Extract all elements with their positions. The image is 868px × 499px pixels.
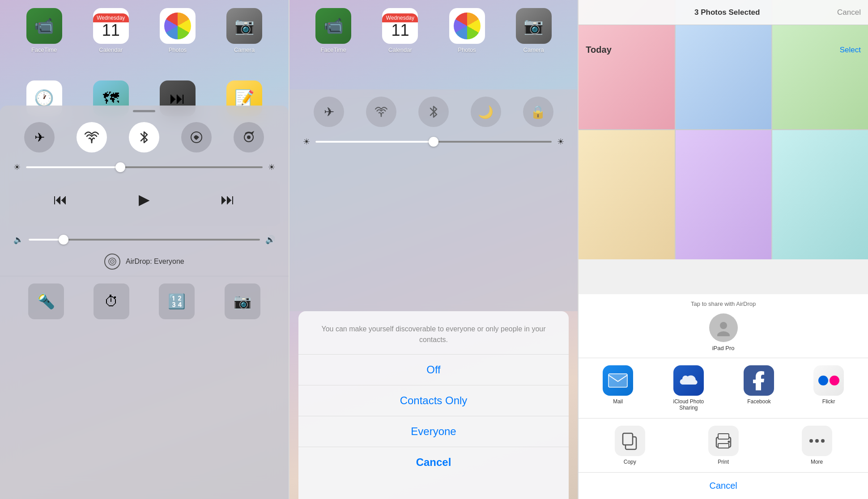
photos-app: Photos	[160, 8, 196, 53]
airdrop-discovery-message: You can make yourself discoverable to ev…	[298, 311, 569, 355]
cc-toggle-row: ✈	[0, 115, 289, 160]
flashlight-button[interactable]: 🔦	[28, 283, 64, 319]
svg-rect-9	[623, 433, 633, 445]
volume-track[interactable]	[29, 239, 260, 241]
copy-label: Copy	[624, 459, 636, 465]
home-icons-row1: 📹 FaceTime Wednesday 11 Calendar Photos …	[0, 0, 289, 58]
cal-day-p2: 11	[391, 22, 409, 38]
photos-header: 3 Photos Selected Cancel	[579, 0, 868, 25]
airdrop-section: Tap to share with AirDrop iPad Pro	[579, 294, 868, 358]
photos-icon	[160, 8, 196, 44]
photo-thumb-4	[579, 130, 674, 259]
facetime-app: 📹 FaceTime	[26, 8, 62, 53]
photos-cancel-button[interactable]: Cancel	[837, 8, 861, 17]
flickr-share-item[interactable]: Flickr	[813, 365, 844, 411]
airdrop-person[interactable]: iPad Pro	[709, 313, 738, 351]
svg-point-4	[112, 261, 113, 262]
volume-max-icon: 🔊	[265, 235, 275, 245]
share-cancel-button[interactable]: Cancel	[579, 473, 868, 499]
play-button[interactable]: ▶	[139, 191, 150, 208]
calendar-app-p2: Wednesday 11 Calendar	[382, 8, 418, 53]
camera-icon: 📷	[226, 8, 262, 44]
select-button[interactable]: Select	[840, 46, 861, 55]
airdrop-action-sheet: You can make yourself discoverable to ev…	[298, 311, 569, 499]
airdrop-off-button[interactable]: Off	[298, 355, 569, 385]
brightness-max-icon: ☀	[268, 162, 275, 172]
rot-btn-p2: 🔒	[523, 97, 553, 127]
more-dot-3	[821, 439, 825, 443]
airdrop-cancel-button[interactable]: Cancel	[298, 447, 569, 478]
flickr-pink-dot	[830, 376, 839, 385]
airdrop-hint: Tap to share with AirDrop	[586, 300, 861, 307]
print-action-item[interactable]: Print	[708, 426, 739, 465]
calendar-icon-p2: Wednesday 11	[382, 8, 418, 44]
today-label: Today	[586, 45, 611, 55]
flickr-label: Flickr	[822, 398, 835, 405]
svg-point-1	[247, 135, 251, 139]
rewind-button[interactable]: ⏮	[53, 191, 68, 208]
more-label: More	[811, 459, 823, 465]
mail-share-icon	[603, 365, 633, 396]
quick-apps-row: 🔦 ⏱ 🔢 📷	[0, 276, 289, 326]
camera-label: Camera	[234, 47, 255, 53]
svg-rect-12	[718, 444, 729, 448]
flickr-blue-dot	[818, 376, 828, 385]
photos-app-p2: Photos	[449, 8, 485, 53]
cc-drag-handle	[0, 106, 289, 115]
facebook-share-item[interactable]: Facebook	[744, 365, 774, 411]
wifi-button[interactable]	[77, 122, 107, 152]
brightness-track[interactable]	[26, 166, 263, 168]
photo-thumb-6	[772, 130, 868, 259]
mail-share-item[interactable]: Mail	[603, 365, 633, 411]
camera-app: 📷 Camera	[226, 8, 262, 53]
photo-thumb-5	[676, 130, 771, 259]
more-dot-1	[809, 439, 813, 443]
icloud-share-item[interactable]: iCloud Photo Sharing	[672, 365, 705, 411]
volume-min-icon: 🔈	[13, 235, 23, 245]
airdrop-contacts-only-button[interactable]: Contacts Only	[298, 385, 569, 416]
bt-btn-p2	[418, 97, 449, 127]
airdrop-row[interactable]: AirDrop: Everyone	[0, 247, 289, 276]
media-player: ⏮ ▶ ⏭	[9, 181, 280, 226]
svg-point-5	[720, 322, 727, 329]
brightness-slider-row: ☀ ☀	[0, 160, 289, 175]
share-apps-row: Mail iCloud Photo Sharing Facebook	[579, 358, 868, 419]
camera-icon-p2: 📷	[516, 8, 552, 44]
svg-point-6	[717, 331, 730, 336]
calendar-app: Wednesday 11 Calendar	[93, 8, 129, 53]
airplane-mode-button[interactable]: ✈	[24, 122, 55, 152]
mail-label: Mail	[613, 398, 623, 405]
fast-forward-button[interactable]: ⏭	[221, 191, 235, 208]
cal-day: 11	[102, 22, 120, 38]
calculator-button[interactable]: 🔢	[159, 283, 195, 319]
share-sheet: Tap to share with AirDrop iPad Pro	[579, 294, 868, 499]
camera-app-p2: 📷 Camera	[516, 8, 552, 53]
airdrop-icon	[104, 254, 120, 270]
dnd-btn-p2: 🌙	[471, 97, 501, 127]
facetime-label-p2: FaceTime	[321, 47, 346, 53]
panel-airdrop-settings: 📹 FaceTime Wednesday 11 Calendar Photos …	[289, 0, 578, 499]
photos-grid	[579, 0, 868, 259]
bluetooth-button[interactable]	[129, 122, 159, 152]
brightness-row-p2: ☀ ☀	[289, 134, 578, 149]
photos-icon-p2	[449, 8, 485, 44]
more-action-item[interactable]: More	[802, 426, 832, 465]
cc-bg-overlay: ✈ 🌙 🔒 ☀	[289, 89, 578, 311]
facebook-share-icon	[744, 365, 774, 396]
do-not-disturb-button[interactable]	[181, 122, 212, 152]
copy-action-item[interactable]: Copy	[615, 426, 645, 465]
facetime-label: FaceTime	[31, 47, 57, 53]
airdrop-device-name: iPad Pro	[712, 345, 735, 351]
rotation-lock-button[interactable]	[234, 122, 264, 152]
airdrop-everyone-button[interactable]: Everyone	[298, 416, 569, 447]
camera-quick-button[interactable]: 📷	[225, 283, 260, 319]
svg-rect-7	[608, 374, 627, 387]
panel-control-center: 📹 FaceTime Wednesday 11 Calendar Photos …	[0, 0, 289, 499]
print-label: Print	[718, 459, 729, 465]
brightness-min-icon: ☀	[13, 162, 21, 172]
calendar-label: Calendar	[99, 47, 123, 53]
print-icon	[708, 426, 739, 456]
svg-rect-11	[718, 434, 729, 439]
wifi-btn-p2	[366, 97, 396, 127]
clock-button[interactable]: ⏱	[94, 283, 129, 319]
